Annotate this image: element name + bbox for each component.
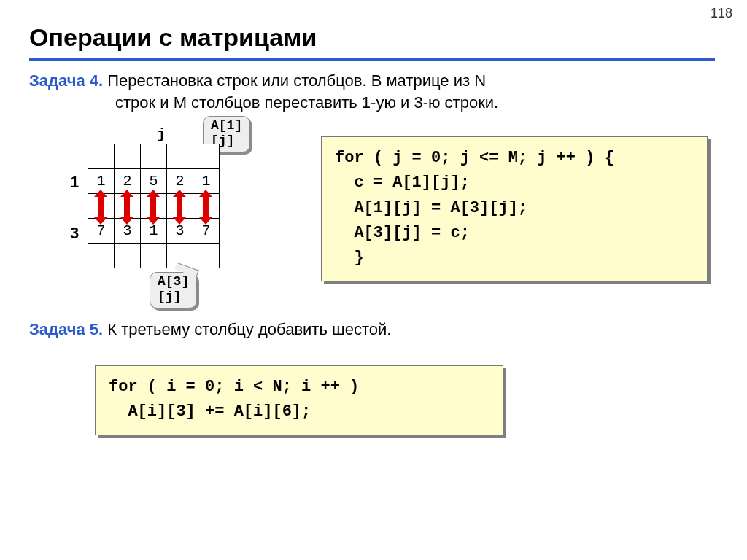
swap-arrow-icon [177,196,182,218]
row-label-3: 3 [70,222,79,244]
task5-label: Задача 5. [29,320,103,338]
code-block-2: for ( i = 0; i < N; i ++ ) A[i][3] += A[… [95,365,503,435]
matrix-row-0 [88,144,220,169]
page-title: Операции с матрицами [29,23,317,52]
task4-line2: строк и M столбцов переставить 1-ую и 3-… [29,92,715,114]
task4-figure-row: j A[1] [j] 1 3 1 2 5 2 1 7 3 [29,120,715,310]
task4-text: Задача 4. Перестановка строк или столбцо… [29,70,715,113]
task4-label: Задача 4. [29,71,103,90]
task5-body: К третьему столбцу добавить шестой. [103,320,391,338]
title-underline [29,58,715,61]
task4-line1: Перестановка строк или столбцов. В матри… [103,71,486,90]
code-block-1: for ( j = 0; j <= M; j ++ ) { c = A[1][j… [321,136,708,281]
row-label-1: 1 [70,171,79,193]
callout-a3j: A[3] [j] [150,272,197,308]
swap-arrow-icon [98,196,104,218]
swap-arrow-icon [203,196,209,218]
content: Задача 4. Перестановка строк или столбцо… [29,70,715,341]
callout-a1j-l1: A[1] [211,118,242,133]
task5-text: Задача 5. К третьему столбцу добавить ше… [29,319,715,341]
callout-a3j-l1: A[3] [158,274,189,289]
page-number: 118 [711,6,732,21]
j-axis-label: j [157,125,166,144]
matrix-row-4 [88,244,220,268]
callout-a3j-l2: [j] [158,289,189,305]
swap-arrow-icon [124,196,130,218]
swap-arrow-icon [150,196,156,218]
